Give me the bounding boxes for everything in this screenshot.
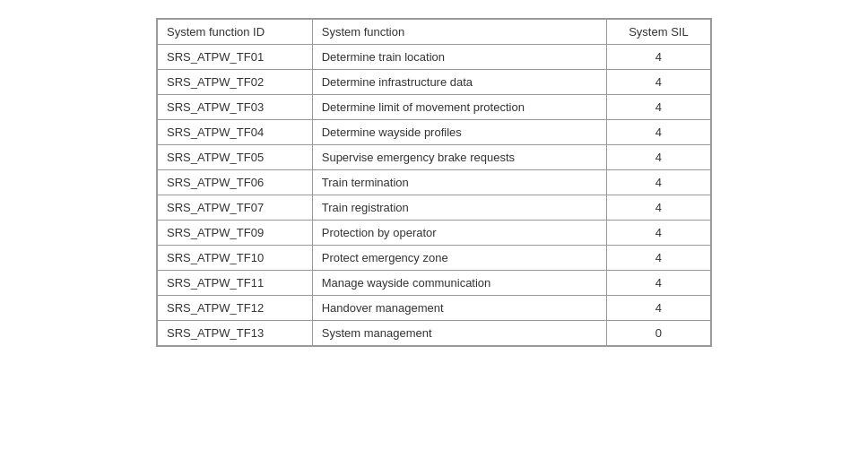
cell-sil: 4 xyxy=(606,145,710,170)
table-row: SRS_ATPW_TF02Determine infrastructure da… xyxy=(158,70,711,95)
cell-function: Protection by operator xyxy=(312,221,606,246)
cell-sil: 4 xyxy=(606,271,710,296)
cell-sil: 4 xyxy=(606,195,710,221)
cell-function: Determine wayside profiles xyxy=(312,120,606,145)
table-row: SRS_ATPW_TF13System management0 xyxy=(158,321,711,346)
cell-function: Supervise emergency brake requests xyxy=(312,145,606,170)
col-header-function: System function xyxy=(312,20,606,45)
table-row: SRS_ATPW_TF05Supervise emergency brake r… xyxy=(158,145,711,170)
cell-id: SRS_ATPW_TF03 xyxy=(158,95,313,120)
cell-sil: 4 xyxy=(606,296,710,321)
cell-id: SRS_ATPW_TF02 xyxy=(158,70,313,95)
cell-function: Protect emergency zone xyxy=(312,246,606,271)
cell-sil: 4 xyxy=(606,70,710,95)
cell-id: SRS_ATPW_TF06 xyxy=(158,170,313,195)
table-row: SRS_ATPW_TF09Protection by operator4 xyxy=(158,221,711,246)
table-row: SRS_ATPW_TF07Train registration4 xyxy=(158,195,711,221)
cell-sil: 4 xyxy=(606,95,710,120)
cell-sil: 4 xyxy=(606,170,710,195)
table-row: SRS_ATPW_TF10Protect emergency zone4 xyxy=(158,246,711,271)
col-header-sil: System SIL xyxy=(606,20,710,45)
cell-sil: 4 xyxy=(606,120,710,145)
cell-function: System management xyxy=(312,321,606,346)
cell-sil: 4 xyxy=(606,246,710,271)
table-row: SRS_ATPW_TF01Determine train location4 xyxy=(158,45,711,70)
table-row: SRS_ATPW_TF03Determine limit of movement… xyxy=(158,95,711,120)
cell-id: SRS_ATPW_TF11 xyxy=(158,271,313,296)
cell-function: Determine infrastructure data xyxy=(312,70,606,95)
cell-sil: 4 xyxy=(606,221,710,246)
table-row: SRS_ATPW_TF06Train termination4 xyxy=(158,170,711,195)
cell-function: Determine limit of movement protection xyxy=(312,95,606,120)
cell-id: SRS_ATPW_TF07 xyxy=(158,195,313,221)
cell-id: SRS_ATPW_TF12 xyxy=(158,296,313,321)
cell-id: SRS_ATPW_TF05 xyxy=(158,145,313,170)
main-table-container: System function ID System function Syste… xyxy=(156,18,712,347)
cell-id: SRS_ATPW_TF10 xyxy=(158,246,313,271)
col-header-id: System function ID xyxy=(158,20,313,45)
cell-id: SRS_ATPW_TF13 xyxy=(158,321,313,346)
cell-id: SRS_ATPW_TF01 xyxy=(158,45,313,70)
table-header-row: System function ID System function Syste… xyxy=(158,20,711,45)
cell-id: SRS_ATPW_TF09 xyxy=(158,221,313,246)
cell-function: Determine train location xyxy=(312,45,606,70)
cell-sil: 0 xyxy=(606,321,710,346)
table-row: SRS_ATPW_TF04Determine wayside profiles4 xyxy=(158,120,711,145)
cell-sil: 4 xyxy=(606,45,710,70)
table-row: SRS_ATPW_TF11Manage wayside communicatio… xyxy=(158,271,711,296)
cell-function: Manage wayside communication xyxy=(312,271,606,296)
cell-function: Train termination xyxy=(312,170,606,195)
cell-function: Handover management xyxy=(312,296,606,321)
system-function-table: System function ID System function Syste… xyxy=(157,19,711,346)
cell-id: SRS_ATPW_TF04 xyxy=(158,120,313,145)
table-row: SRS_ATPW_TF12Handover management4 xyxy=(158,296,711,321)
cell-function: Train registration xyxy=(312,195,606,221)
